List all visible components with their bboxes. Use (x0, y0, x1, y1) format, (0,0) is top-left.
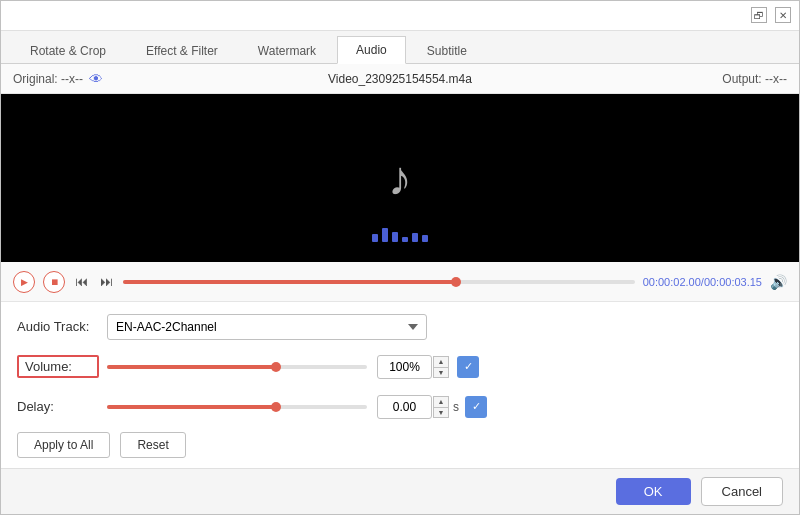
volume-row: Volume: ▲ ▼ ✓ (17, 352, 783, 382)
delay-slider[interactable] (107, 405, 367, 409)
time-display: 00:00:02.00/00:00:03.15 (643, 276, 762, 288)
tab-effect-filter[interactable]: Effect & Filter (127, 37, 237, 64)
delay-down-button[interactable]: ▼ (433, 407, 449, 418)
delay-slider-thumb (271, 402, 281, 412)
apply-to-all-button[interactable]: Apply to All (17, 432, 110, 458)
audio-track-select[interactable]: EN-AAC-2Channel EN-AAC-Stereo (107, 314, 427, 340)
delay-confirm-button[interactable]: ✓ (465, 396, 487, 418)
filename-display: Video_230925154554.m4a (133, 72, 667, 86)
eq-bar-1 (372, 234, 378, 242)
output-info: Output: --x-- (667, 72, 787, 86)
eq-bar-2 (382, 228, 388, 242)
volume-label: Volume: (17, 355, 99, 378)
seek-thumb (451, 277, 461, 287)
eq-bar-6 (422, 235, 428, 242)
delay-spinner: ▲ ▼ (433, 396, 449, 418)
delay-label: Delay: (17, 399, 107, 414)
volume-slider-thumb (271, 362, 281, 372)
skip-back-button[interactable]: ⏮ (73, 274, 90, 289)
original-info: Original: --x-- 👁 (13, 71, 133, 87)
minimize-button[interactable]: 🗗 (751, 7, 767, 23)
main-window: 🗗 ✕ Rotate & Crop Effect & Filter Waterm… (0, 0, 800, 515)
action-buttons: Apply to All Reset (17, 432, 783, 458)
seek-bar[interactable] (123, 280, 635, 284)
tab-subtitle[interactable]: Subtitle (408, 37, 486, 64)
title-bar-controls: 🗗 ✕ (751, 7, 791, 23)
eq-bar-3 (392, 232, 398, 242)
eq-bar-5 (412, 233, 418, 242)
stop-button[interactable]: ⏹ (43, 271, 65, 293)
file-info-bar: Original: --x-- 👁 Video_230925154554.m4a… (1, 64, 799, 94)
volume-slider-fill (107, 365, 276, 369)
delay-row: Delay: ▲ ▼ s ✓ (17, 392, 783, 422)
tabs-bar: Rotate & Crop Effect & Filter Watermark … (1, 31, 799, 65)
close-button[interactable]: ✕ (775, 7, 791, 23)
cancel-button[interactable]: Cancel (701, 477, 783, 506)
volume-value-input[interactable] (377, 355, 432, 379)
volume-slider[interactable] (107, 365, 367, 369)
volume-down-button[interactable]: ▼ (433, 367, 449, 378)
delay-slider-fill (107, 405, 276, 409)
reset-button[interactable]: Reset (120, 432, 185, 458)
volume-input-group: ▲ ▼ (377, 355, 449, 379)
play-button[interactable]: ▶ (13, 271, 35, 293)
bottom-bar: OK Cancel (1, 468, 799, 514)
music-note-icon: ♪ (388, 151, 412, 206)
skip-forward-button[interactable]: ⏭ (98, 274, 115, 289)
video-preview: ♪ (1, 94, 799, 262)
delay-up-button[interactable]: ▲ (433, 396, 449, 407)
tab-audio[interactable]: Audio (337, 36, 406, 64)
eye-icon[interactable]: 👁 (89, 71, 103, 87)
tab-rotate-crop[interactable]: Rotate & Crop (11, 37, 125, 64)
delay-input-group: ▲ ▼ (377, 395, 449, 419)
ok-button[interactable]: OK (616, 478, 691, 505)
delay-value-input[interactable] (377, 395, 432, 419)
eq-visualizer (372, 228, 428, 242)
audio-track-label: Audio Track: (17, 319, 107, 334)
volume-icon[interactable]: 🔊 (770, 274, 787, 290)
title-bar: 🗗 ✕ (1, 1, 799, 31)
volume-up-button[interactable]: ▲ (433, 356, 449, 367)
original-label: Original: --x-- (13, 72, 83, 86)
player-controls: ▶ ⏹ ⏮ ⏭ 00:00:02.00/00:00:03.15 🔊 (1, 262, 799, 302)
tab-watermark[interactable]: Watermark (239, 37, 335, 64)
delay-unit: s (453, 400, 459, 414)
volume-spinner: ▲ ▼ (433, 356, 449, 378)
seek-progress (123, 280, 456, 284)
volume-confirm-button[interactable]: ✓ (457, 356, 479, 378)
eq-bar-4 (402, 237, 408, 242)
settings-area: Audio Track: EN-AAC-2Channel EN-AAC-Ster… (1, 302, 799, 468)
audio-track-row: Audio Track: EN-AAC-2Channel EN-AAC-Ster… (17, 312, 783, 342)
